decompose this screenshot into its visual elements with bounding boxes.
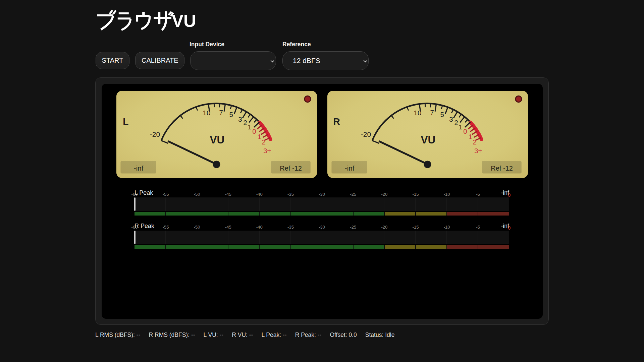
svg-text:-20: -20: [361, 130, 371, 138]
svg-text:Ref -12: Ref -12: [491, 165, 513, 172]
svg-text:3: 3: [449, 115, 453, 123]
svg-text:3+: 3+: [474, 147, 482, 155]
svg-text:5: 5: [440, 111, 444, 118]
svg-text:R: R: [333, 116, 340, 127]
svg-text:-20: -20: [150, 130, 160, 138]
svg-text:0: 0: [463, 127, 467, 135]
svg-text:2: 2: [243, 119, 247, 126]
svg-text:2: 2: [473, 138, 476, 146]
svg-text:-inf: -inf: [134, 164, 144, 172]
svg-text:-inf: -inf: [344, 164, 354, 172]
svg-text:Ref -12: Ref -12: [280, 165, 302, 172]
svg-text:7: 7: [430, 109, 434, 116]
svg-text:L: L: [123, 116, 128, 127]
svg-text:VU: VU: [421, 134, 435, 146]
svg-text:VU: VU: [172, 11, 196, 31]
svg-text:10: 10: [414, 109, 421, 117]
svg-text:5: 5: [229, 111, 233, 118]
svg-text:10: 10: [203, 109, 211, 117]
svg-text:1: 1: [257, 133, 261, 140]
svg-text:0: 0: [252, 127, 256, 135]
svg-text:7: 7: [219, 109, 223, 116]
svg-text:2: 2: [262, 138, 265, 146]
svg-text:3+: 3+: [263, 147, 271, 155]
svg-text:3: 3: [238, 115, 242, 123]
svg-text:1: 1: [459, 123, 462, 131]
svg-text:VU: VU: [210, 134, 225, 146]
svg-text:2: 2: [454, 119, 458, 126]
svg-text:1: 1: [468, 133, 472, 140]
svg-text:1: 1: [248, 123, 251, 131]
